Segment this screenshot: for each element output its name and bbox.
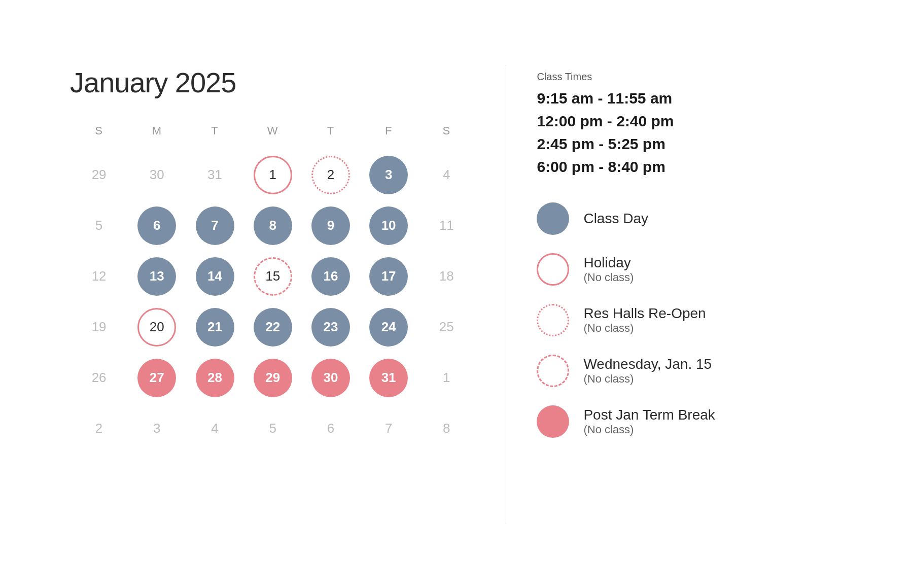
legend-subtitle: (No class) xyxy=(583,322,706,335)
section-divider xyxy=(506,66,506,523)
day-number: 9 xyxy=(311,206,350,245)
day-cell: 22 xyxy=(244,302,302,353)
legend-item: Class Day xyxy=(537,202,841,235)
day-cell: 27 xyxy=(128,353,186,403)
day-number: 27 xyxy=(137,359,176,397)
day-cell: 20 xyxy=(128,302,186,353)
day-number: 13 xyxy=(137,257,176,296)
day-number: 8 xyxy=(427,409,466,448)
day-number: 15 xyxy=(254,257,292,296)
day-number: 7 xyxy=(369,409,408,448)
day-cell: 7 xyxy=(186,200,243,251)
day-number: 25 xyxy=(427,308,466,347)
day-number: 4 xyxy=(427,156,466,194)
day-number: 21 xyxy=(196,308,234,347)
day-cell: 4 xyxy=(417,150,475,200)
class-time: 6:00 pm - 8:40 pm xyxy=(537,155,841,178)
legend-icon-res-halls-icon xyxy=(537,304,569,336)
day-cell: 5 xyxy=(244,403,302,454)
day-number: 16 xyxy=(311,257,350,296)
legend-icon-wed-jan-icon xyxy=(537,355,569,387)
day-cell: 28 xyxy=(186,353,243,403)
day-cell: 18 xyxy=(417,251,475,302)
day-number: 31 xyxy=(196,156,234,194)
day-number: 29 xyxy=(80,156,118,194)
day-number: 31 xyxy=(369,359,408,397)
legend-text: Res Halls Re-Open(No class) xyxy=(583,305,706,335)
day-cell: 3 xyxy=(360,150,417,200)
day-header: T xyxy=(302,119,360,150)
legend-text: Class Day xyxy=(583,210,648,227)
calendar-grid: SMTWTFS293031123456789101112131415161718… xyxy=(70,119,475,454)
day-cell: 11 xyxy=(417,200,475,251)
legend-icon-post-jan-icon xyxy=(537,405,569,438)
day-cell: 2 xyxy=(70,403,128,454)
day-number: 11 xyxy=(427,206,466,245)
day-number: 12 xyxy=(80,257,118,296)
day-cell: 29 xyxy=(244,353,302,403)
day-number: 17 xyxy=(369,257,408,296)
class-times-list: 9:15 am - 11:55 am12:00 pm - 2:40 pm2:45… xyxy=(537,87,841,178)
day-number: 5 xyxy=(80,206,118,245)
day-cell: 3 xyxy=(128,403,186,454)
legend-item: Wednesday, Jan. 15(No class) xyxy=(537,355,841,387)
day-cell: 30 xyxy=(128,150,186,200)
day-number: 20 xyxy=(137,308,176,347)
day-cell: 7 xyxy=(360,403,417,454)
day-cell: 30 xyxy=(302,353,360,403)
legend-item: Holiday(No class) xyxy=(537,253,841,286)
day-cell: 16 xyxy=(302,251,360,302)
legend-title: Holiday xyxy=(583,254,634,271)
legend-icon-holiday-icon xyxy=(537,253,569,286)
day-number: 6 xyxy=(311,409,350,448)
legend-text: Holiday(No class) xyxy=(583,254,634,285)
class-time: 12:00 pm - 2:40 pm xyxy=(537,110,841,132)
day-header: S xyxy=(417,119,475,150)
day-cell: 23 xyxy=(302,302,360,353)
legend-text: Wednesday, Jan. 15(No class) xyxy=(583,356,712,386)
day-number: 7 xyxy=(196,206,234,245)
main-container: January 2025 SMTWTFS29303112345678910111… xyxy=(50,36,861,553)
day-number: 10 xyxy=(369,206,408,245)
legend-icon-class-day-icon xyxy=(537,202,569,235)
legend-subtitle: (No class) xyxy=(583,271,634,284)
day-cell: 29 xyxy=(70,150,128,200)
legend-title: Post Jan Term Break xyxy=(583,406,715,424)
day-number: 2 xyxy=(311,156,350,194)
day-cell: 6 xyxy=(128,200,186,251)
day-header: T xyxy=(186,119,243,150)
day-number: 3 xyxy=(137,409,176,448)
day-number: 28 xyxy=(196,359,234,397)
legend-subtitle: (No class) xyxy=(583,372,712,386)
day-number: 1 xyxy=(254,156,292,194)
day-cell: 13 xyxy=(128,251,186,302)
day-cell: 1 xyxy=(244,150,302,200)
day-cell: 31 xyxy=(186,150,243,200)
calendar-section: January 2025 SMTWTFS29303112345678910111… xyxy=(70,66,475,454)
day-cell: 26 xyxy=(70,353,128,403)
day-cell: 1 xyxy=(417,353,475,403)
day-number: 4 xyxy=(196,409,234,448)
day-number: 26 xyxy=(80,359,118,397)
day-number: 6 xyxy=(137,206,176,245)
day-number: 3 xyxy=(369,156,408,194)
day-number: 8 xyxy=(254,206,292,245)
day-cell: 31 xyxy=(360,353,417,403)
day-cell: 8 xyxy=(417,403,475,454)
month-title: January 2025 xyxy=(70,66,475,99)
day-number: 1 xyxy=(427,359,466,397)
day-cell: 2 xyxy=(302,150,360,200)
class-times-label: Class Times xyxy=(537,71,841,83)
day-cell: 10 xyxy=(360,200,417,251)
day-header: S xyxy=(70,119,128,150)
day-header: W xyxy=(244,119,302,150)
legend-title: Wednesday, Jan. 15 xyxy=(583,356,712,373)
day-cell: 14 xyxy=(186,251,243,302)
legend-title: Res Halls Re-Open xyxy=(583,305,706,322)
day-cell: 15 xyxy=(244,251,302,302)
class-time: 9:15 am - 11:55 am xyxy=(537,87,841,110)
day-cell: 5 xyxy=(70,200,128,251)
legend-title: Class Day xyxy=(583,210,648,227)
legend-text: Post Jan Term Break(No class) xyxy=(583,406,715,437)
class-time: 2:45 pm - 5:25 pm xyxy=(537,132,841,155)
